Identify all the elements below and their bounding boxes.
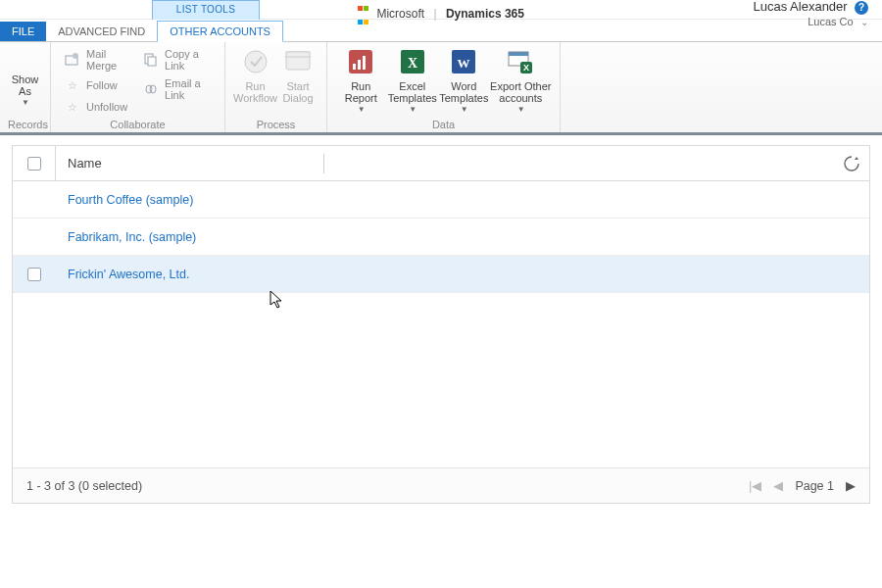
row-name-link[interactable]: Fabrikam, Inc. (sample)	[56, 230, 196, 244]
copy-link-button[interactable]: Copy a Link	[141, 46, 217, 74]
svg-rect-18	[509, 52, 528, 56]
chevron-down-icon: ▼	[517, 104, 525, 116]
next-page-button[interactable]: ▶	[846, 478, 856, 493]
follow-button[interactable]: ☆ Follow	[63, 75, 133, 95]
star-off-icon: ☆	[65, 99, 80, 115]
svg-rect-12	[363, 56, 366, 70]
table-row[interactable]: Fourth Coffee (sample)	[13, 181, 869, 219]
refresh-icon	[843, 155, 860, 172]
email-link-button[interactable]: Email a Link	[141, 75, 217, 103]
run-report-label: Run Report	[345, 80, 377, 104]
copy-link-label: Copy a Link	[165, 48, 215, 72]
show-as-label: Show As	[12, 74, 39, 97]
export-other-label: Export Other accounts	[490, 80, 551, 104]
excel-templates-label: Excel Templates	[388, 80, 437, 104]
svg-rect-11	[358, 60, 361, 70]
svg-text:X: X	[523, 63, 529, 73]
mail-merge-button[interactable]: Mail Merge	[63, 46, 133, 74]
group-label-collaborate: Collaborate	[59, 117, 217, 130]
word-templates-button[interactable]: W Word Templates▼	[438, 46, 490, 116]
chevron-down-icon: ▼	[409, 104, 416, 116]
svg-text:W: W	[458, 56, 470, 71]
context-tab-list-tools[interactable]: LIST TOOLS	[152, 0, 260, 20]
export-other-button[interactable]: X Export Other accounts▼	[490, 46, 552, 116]
group-label-process: Process	[233, 117, 318, 130]
star-icon: ☆	[65, 77, 80, 93]
svg-rect-3	[148, 57, 156, 66]
mail-merge-label: Mail Merge	[86, 48, 131, 72]
svg-text:X: X	[408, 56, 417, 71]
results-grid: Name Fourth Coffee (sample)Fabrikam, Inc…	[12, 145, 870, 504]
run-report-button[interactable]: Run Report▼	[335, 46, 387, 116]
svg-point-1	[73, 53, 78, 59]
unfollow-label: Unfollow	[86, 101, 127, 113]
row-name-link[interactable]: Frickin' Awesome, Ltd.	[56, 268, 189, 281]
table-row[interactable]: Fabrikam, Inc. (sample)	[13, 219, 869, 256]
word-icon: W	[448, 46, 479, 77]
svg-rect-8	[286, 52, 310, 57]
workflow-icon	[240, 46, 271, 77]
word-templates-label: Word Templates	[439, 80, 488, 104]
refresh-button[interactable]	[834, 155, 869, 172]
first-page-button[interactable]: |◀	[749, 478, 761, 493]
svg-point-5	[150, 85, 156, 93]
prev-page-button[interactable]: ◀	[773, 478, 783, 493]
excel-templates-button[interactable]: X Excel Templates▼	[387, 46, 439, 116]
page-label: Page 1	[795, 479, 834, 493]
column-splitter[interactable]	[323, 154, 324, 173]
svg-rect-10	[353, 64, 356, 70]
user-name[interactable]: Lucas Alexander	[754, 0, 848, 14]
run-workflow-label: Run Workflow	[233, 80, 277, 104]
email-link-label: Email a Link	[165, 77, 215, 101]
group-label-records: Records	[8, 117, 42, 130]
mail-merge-icon	[65, 52, 80, 68]
follow-label: Follow	[86, 79, 118, 91]
select-all-checkbox[interactable]	[13, 146, 56, 180]
row-name-link[interactable]: Fourth Coffee (sample)	[56, 193, 193, 207]
table-row[interactable]: Frickin' Awesome, Ltd.	[13, 256, 869, 293]
tab-other-accounts[interactable]: OTHER ACCOUNTS	[157, 21, 283, 42]
export-icon: X	[505, 46, 536, 77]
tab-advanced-find[interactable]: ADVANCED FIND	[46, 22, 157, 41]
show-as-button[interactable]: Show As ▼	[8, 46, 42, 109]
help-icon[interactable]: ?	[855, 1, 868, 15]
chevron-down-icon: ▼	[22, 97, 29, 109]
excel-icon: X	[397, 46, 428, 77]
unfollow-button[interactable]: ☆ Unfollow	[63, 97, 133, 117]
group-label-data: Data	[335, 117, 552, 130]
chevron-down-icon: ▼	[461, 104, 468, 116]
email-link-icon	[143, 81, 159, 97]
col-header-name[interactable]: Name	[56, 156, 323, 171]
dialog-icon	[282, 46, 314, 77]
copy-link-icon	[143, 52, 159, 68]
run-workflow-button[interactable]: Run Workflow	[233, 46, 277, 104]
ribbon: Show As ▼ Records Mail Merge ☆ Follow	[0, 42, 882, 135]
grid-status: 1 - 3 of 3 (0 selected)	[26, 479, 142, 493]
tab-file[interactable]: FILE	[0, 22, 46, 41]
start-dialog-button[interactable]: Start Dialog	[277, 46, 318, 104]
start-dialog-label: Start Dialog	[282, 80, 313, 104]
chevron-down-icon: ▼	[358, 104, 366, 116]
mouse-cursor-icon	[270, 290, 285, 313]
report-icon	[345, 46, 376, 77]
row-checkbox[interactable]	[13, 268, 56, 281]
